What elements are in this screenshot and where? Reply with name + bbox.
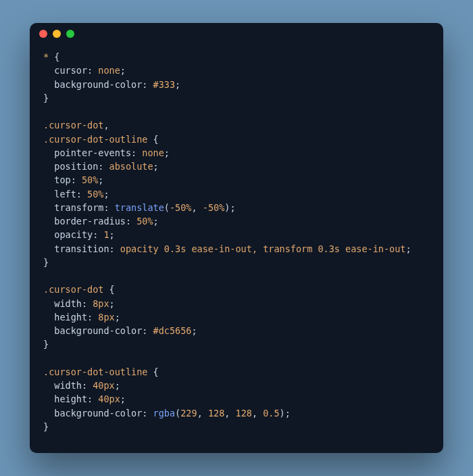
- zoom-icon[interactable]: [66, 30, 74, 38]
- code-editor: * { cursor: none; background-color: #333…: [30, 45, 443, 447]
- minimize-icon[interactable]: [53, 30, 61, 38]
- window-titlebar: [30, 23, 443, 45]
- close-icon[interactable]: [39, 30, 47, 38]
- code-window: * { cursor: none; background-color: #333…: [30, 23, 443, 453]
